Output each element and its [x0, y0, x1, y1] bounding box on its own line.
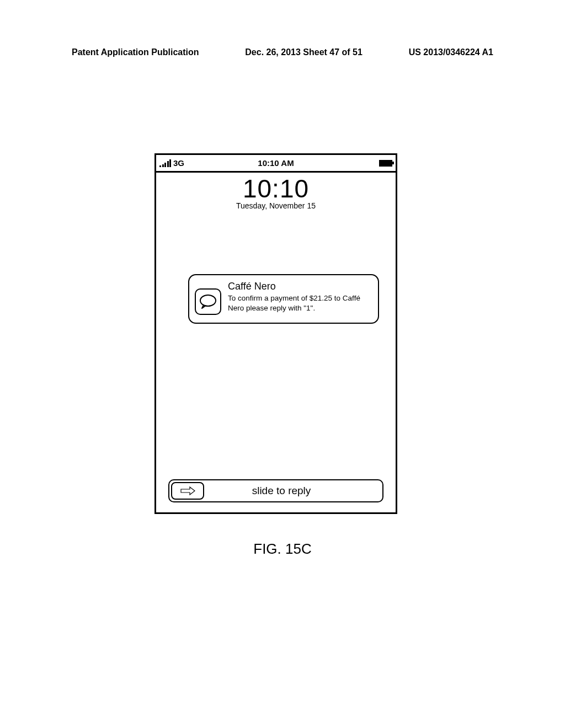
- notification-body: To confirm a payment of $21.25 to Caffé …: [228, 293, 371, 313]
- header-left: Patent Application Publication: [72, 47, 199, 57]
- notification-card[interactable]: Caffé Nero To confirm a payment of $21.2…: [188, 274, 379, 324]
- phone-lock-screen: 3G 10:10 AM 10:10 Tuesday, November 15 C…: [154, 153, 397, 514]
- figure-caption: FIG. 15C: [0, 540, 565, 558]
- status-bar: 3G 10:10 AM: [156, 155, 396, 173]
- svg-point-0: [200, 295, 216, 306]
- clock-date: Tuesday, November 15: [156, 201, 396, 210]
- arrow-right-icon: [179, 485, 196, 496]
- status-bar-time: 10:10 AM: [258, 158, 294, 168]
- lock-screen-clock: 10:10 Tuesday, November 15: [156, 173, 396, 210]
- slide-handle[interactable]: [171, 482, 204, 500]
- network-label: 3G: [173, 158, 184, 168]
- clock-time: 10:10: [156, 174, 396, 204]
- header-center: Dec. 26, 2013 Sheet 47 of 51: [245, 47, 363, 57]
- message-icon: [195, 288, 221, 315]
- slide-to-reply-track[interactable]: slide to reply: [168, 479, 383, 502]
- battery-icon: [379, 160, 392, 167]
- notification-title: Caffé Nero: [228, 281, 371, 292]
- patent-page-header: Patent Application Publication Dec. 26, …: [0, 47, 565, 57]
- signal-strength-icon: [159, 159, 171, 167]
- header-right: US 2013/0346224 A1: [409, 47, 493, 57]
- slide-label: slide to reply: [204, 485, 381, 497]
